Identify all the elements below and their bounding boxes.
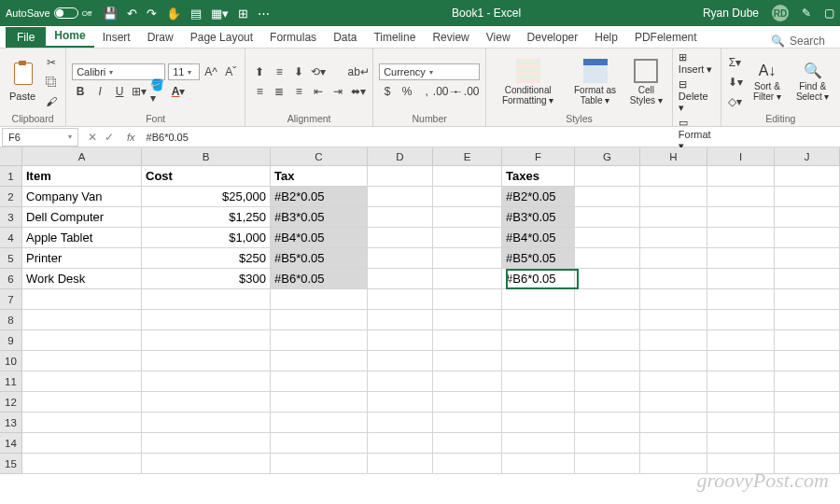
cell-J9[interactable] xyxy=(775,330,840,351)
cell-H1[interactable] xyxy=(640,166,707,187)
undo-icon[interactable]: ↶ xyxy=(127,7,137,21)
tab-pdfelement[interactable]: PDFelement xyxy=(626,27,706,48)
cell-H13[interactable] xyxy=(640,413,707,433)
cell-J13[interactable] xyxy=(775,413,840,433)
cut-icon[interactable]: ✂ xyxy=(43,54,60,71)
cell-F2[interactable]: #B2*0.05 xyxy=(502,187,575,207)
cell-A15[interactable] xyxy=(22,454,142,474)
cell-B5[interactable]: $250 xyxy=(142,248,271,269)
cell-J7[interactable] xyxy=(775,289,840,310)
cell-F5[interactable]: #B5*0.05 xyxy=(502,248,575,269)
conditional-formatting-button[interactable]: Conditional Formatting ▾ xyxy=(492,57,564,107)
tab-page-layout[interactable]: Page Layout xyxy=(182,27,261,48)
cell-D15[interactable] xyxy=(368,454,433,474)
cell-H5[interactable] xyxy=(640,248,707,269)
tab-draw[interactable]: Draw xyxy=(139,27,182,48)
col-header-B[interactable]: B xyxy=(142,147,271,166)
paste-button[interactable]: Paste xyxy=(6,61,39,104)
format-painter-icon[interactable]: 🖌 xyxy=(43,93,60,110)
cell-H3[interactable] xyxy=(640,207,707,228)
avatar[interactable]: RD xyxy=(772,5,789,21)
row-header-15[interactable]: 15 xyxy=(0,454,22,474)
cell-H11[interactable] xyxy=(640,371,707,392)
cell-E6[interactable] xyxy=(433,269,502,289)
cell-D9[interactable] xyxy=(368,330,433,351)
wrap-text-icon[interactable]: ab↵ xyxy=(350,63,367,80)
cell-D10[interactable] xyxy=(368,351,433,371)
row-header-4[interactable]: 4 xyxy=(0,228,22,248)
cell-J11[interactable] xyxy=(775,371,840,392)
cell-E3[interactable] xyxy=(433,207,502,228)
sort-filter-button[interactable]: A↓Sort & Filter ▾ xyxy=(748,61,788,104)
form-icon[interactable]: ▤ xyxy=(190,7,202,21)
cell-I14[interactable] xyxy=(707,433,775,454)
cell-A3[interactable]: Dell Computer xyxy=(22,207,142,228)
macro-icon[interactable]: ▦▾ xyxy=(211,7,229,21)
cell-J14[interactable] xyxy=(775,433,840,454)
cell-B12[interactable] xyxy=(142,392,271,413)
more-icon[interactable]: ⋯ xyxy=(258,7,270,21)
cell-C12[interactable] xyxy=(271,392,368,413)
cell-F3[interactable]: #B3*0.05 xyxy=(502,207,575,228)
cell-C10[interactable] xyxy=(271,351,368,371)
cell-E12[interactable] xyxy=(433,392,502,413)
cell-F13[interactable] xyxy=(502,413,575,433)
cell-F1[interactable]: Taxes xyxy=(502,166,575,187)
cell-H9[interactable] xyxy=(640,330,707,351)
orientation-icon[interactable]: ⟲▾ xyxy=(310,63,327,80)
row-header-3[interactable]: 3 xyxy=(0,207,22,228)
col-header-C[interactable]: C xyxy=(271,147,368,166)
name-box[interactable]: F6▾ xyxy=(2,128,78,147)
cell-I12[interactable] xyxy=(707,392,775,413)
row-header-11[interactable]: 11 xyxy=(0,371,22,392)
cell-G5[interactable] xyxy=(575,248,640,269)
cell-B7[interactable] xyxy=(142,289,271,310)
tab-data[interactable]: Data xyxy=(325,27,365,48)
align-middle-icon[interactable]: ≡ xyxy=(271,63,287,80)
row-header-6[interactable]: 6 xyxy=(0,269,22,289)
cell-G4[interactable] xyxy=(575,228,640,248)
cell-C11[interactable] xyxy=(271,371,368,392)
cell-A9[interactable] xyxy=(22,330,142,351)
cell-B6[interactable]: $300 xyxy=(142,269,271,289)
cell-F14[interactable] xyxy=(502,433,575,454)
cell-E8[interactable] xyxy=(433,310,502,330)
cell-C4[interactable]: #B4*0.05 xyxy=(271,228,368,248)
cell-B9[interactable] xyxy=(142,330,271,351)
cell-J12[interactable] xyxy=(775,392,840,413)
cell-J1[interactable] xyxy=(775,166,840,187)
font-size-select[interactable]: 11▾ xyxy=(168,63,200,80)
cell-E5[interactable] xyxy=(433,248,502,269)
cell-C2[interactable]: #B2*0.05 xyxy=(271,187,368,207)
col-header-H[interactable]: H xyxy=(640,147,707,166)
tab-view[interactable]: View xyxy=(478,27,519,48)
cell-B14[interactable] xyxy=(142,433,271,454)
shrink-font-icon[interactable]: Aˇ xyxy=(222,63,239,80)
cell-I3[interactable] xyxy=(707,207,775,228)
row-header-2[interactable]: 2 xyxy=(0,187,22,207)
cell-G2[interactable] xyxy=(575,187,640,207)
cell-D2[interactable] xyxy=(368,187,433,207)
cell-C14[interactable] xyxy=(271,433,368,454)
cell-A2[interactable]: Company Van xyxy=(22,187,142,207)
cell-C3[interactable]: #B3*0.05 xyxy=(271,207,368,228)
cell-B11[interactable] xyxy=(142,371,271,392)
cell-D14[interactable] xyxy=(368,433,433,454)
cell-F12[interactable] xyxy=(502,392,575,413)
cell-A12[interactable] xyxy=(22,392,142,413)
cell-I11[interactable] xyxy=(707,371,775,392)
cell-F6[interactable]: #B6*0.05 xyxy=(502,269,575,289)
ribbon-options-icon[interactable]: ▢ xyxy=(824,7,834,20)
cell-D1[interactable] xyxy=(368,166,433,187)
col-header-J[interactable]: J xyxy=(775,147,840,166)
cell-D8[interactable] xyxy=(368,310,433,330)
cell-J6[interactable] xyxy=(775,269,840,289)
italic-button[interactable]: I xyxy=(91,83,108,100)
cell-E15[interactable] xyxy=(433,454,502,474)
cell-E14[interactable] xyxy=(433,433,502,454)
font-color-icon[interactable]: A▾ xyxy=(170,83,187,100)
row-header-10[interactable]: 10 xyxy=(0,351,22,371)
cell-G3[interactable] xyxy=(575,207,640,228)
cell-G1[interactable] xyxy=(575,166,640,187)
cell-C6[interactable]: #B6*0.05 xyxy=(271,269,368,289)
